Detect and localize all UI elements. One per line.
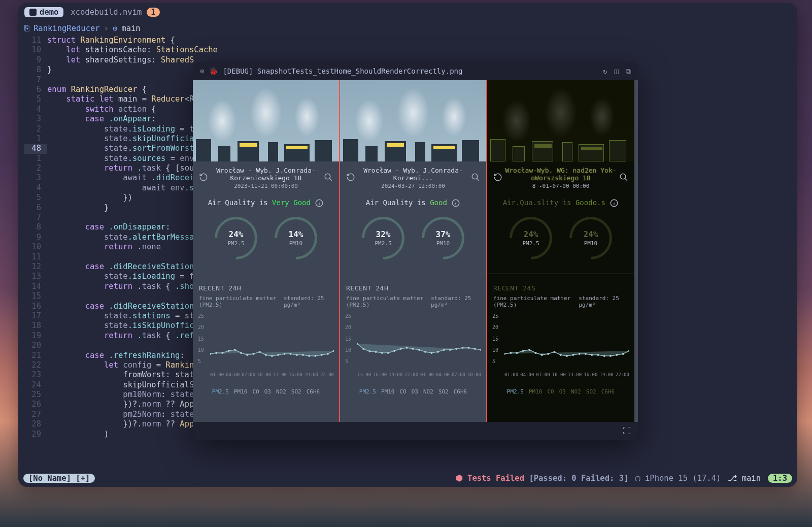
header-illustration [487,80,634,161]
pollutant-tab[interactable]: PM2.5 [507,388,524,395]
pollutant-tab[interactable]: O3 [559,388,566,395]
pollutant-tab[interactable]: CO [547,388,554,395]
svg-point-52 [528,349,530,351]
tab-label: xcodebuild.nvim [71,8,142,17]
chart-pm25: 252015105 01:0004:0007:0010:0013:0016:00… [198,313,334,379]
info-icon[interactable] [451,199,460,208]
tab-xcodebuild[interactable]: xcodebuild.nvim 1 [71,8,159,17]
chart-sublabel: fine particulate matter (PM2.5) [199,295,284,308]
svg-point-23 [472,174,478,179]
breadcrumb: ⎘ RankingReducer › ⚙ main [18,21,797,36]
focus-icon[interactable]: ◫ [615,67,619,76]
gauge-pm25: 24%PM2.5 [215,217,257,259]
pollutant-tab[interactable]: O3 [412,388,418,395]
pollutant-tab[interactable]: PM10 [234,388,248,395]
pollutant-tabs[interactable]: PM2.5PM10COO3NO2SO2C6H6 [340,388,486,395]
svg-point-44 [474,348,476,350]
svg-point-21 [327,353,329,355]
svg-point-30 [387,352,389,354]
svg-point-42 [461,347,463,349]
fullscreen-icon[interactable]: ⛶ [623,426,631,436]
pollutant-tab[interactable]: PM2.5 [359,388,376,395]
tests-status[interactable]: ⬢ Tests Failed [Passed: 0 Failed: 3] [456,474,629,483]
crumb-symbol[interactable]: main [121,24,140,33]
pollutant-tab[interactable]: SO2 [291,388,301,395]
info-icon[interactable] [610,199,619,208]
tab-demo[interactable]: demo [24,7,63,17]
svg-point-10 [259,351,261,353]
device-indicator[interactable]: ▢ iPhone 15 (17.4) [635,474,721,483]
station-date: 8 -01-07-00 00:00 [502,183,619,189]
refresh-icon[interactable] [199,173,208,183]
svg-point-16 [296,354,298,356]
pollutant-tab[interactable]: CO [399,388,406,395]
svg-point-63 [597,354,599,356]
pollutant-tab[interactable]: NO2 [276,388,286,395]
pollutant-tab[interactable]: O3 [264,388,271,395]
svg-point-4 [221,352,223,354]
svg-point-59 [572,354,574,356]
refresh-icon[interactable] [346,173,355,183]
file-icon: ⎘ [24,24,29,33]
overlay-header: ⊗ 🐞 [DEBUG] SnapshotTests_testHome_Shoul… [193,62,638,80]
svg-point-0 [325,174,330,179]
pollutant-tab[interactable]: PM2.5 [212,388,229,395]
svg-point-65 [610,355,612,357]
gauge-pm10: 24%PM10 [569,217,612,259]
pollutant-tab[interactable]: NO2 [423,388,433,395]
pollutant-tab[interactable]: CO [252,388,259,395]
svg-point-29 [381,352,383,354]
search-icon[interactable] [471,173,480,183]
info-icon[interactable] [315,199,324,208]
svg-point-45 [480,349,481,351]
svg-point-57 [560,354,562,356]
pollutant-tab[interactable]: SO2 [586,388,596,395]
pollutant-tabs[interactable]: PM2.5PM10COO3NO2SO2C6H6 [193,388,339,395]
refresh-icon[interactable] [493,173,502,183]
svg-point-53 [534,352,536,354]
git-branch[interactable]: ⎇ main [728,474,761,483]
recent-header: RECENT 24H [193,274,339,292]
pollutant-tab[interactable]: PM10 [381,388,395,395]
svg-point-5 [228,350,230,352]
recent-header: RECENT 24H [340,274,486,292]
reload-icon[interactable]: ↻ [603,67,607,76]
search-icon[interactable] [619,173,628,183]
search-icon[interactable] [324,173,333,183]
pollutant-tab[interactable]: C6H6 [307,388,320,395]
pollutant-tabs[interactable]: PM2.5PM10COO3NO2SO2C6H6 [487,388,634,395]
svg-point-28 [375,351,377,353]
pollutant-tab[interactable]: NO2 [571,388,581,395]
pollutant-tab[interactable]: C6H6 [601,388,615,395]
svg-point-58 [566,355,568,357]
svg-point-27 [368,350,370,352]
svg-point-31 [393,350,395,352]
overlay-body: Wrocław - Wyb. J.Conrada-Korzeniowskiego… [193,80,638,422]
close-icon[interactable]: ⊗ [200,67,204,75]
air-quality-label: Air Quality is Good [340,199,486,208]
tab-badge: 1 [147,8,159,17]
svg-point-50 [516,352,518,354]
svg-point-35 [418,349,420,351]
pollutant-tab[interactable]: PM10 [529,388,543,395]
pollutant-tab[interactable]: C6H6 [454,388,467,395]
svg-point-32 [399,348,401,350]
chart-sublabel: fine particulate matter (PM2.5) [346,295,431,308]
status-bar: [No Name] [+] ⬢ Tests Failed [Passed: 0 … [18,470,797,487]
snapshot-preview-window: ⊗ 🐞 [DEBUG] SnapshotTests_testHome_Shoul… [193,62,638,440]
gauge-pm10: 37%PM10 [422,217,464,259]
crumb-file[interactable]: RankingReducer [33,24,100,33]
svg-point-7 [240,352,242,354]
copy-icon[interactable]: ⧉ [626,67,631,76]
svg-point-18 [308,355,310,357]
svg-point-66 [616,354,618,356]
svg-point-34 [412,348,414,350]
svg-point-15 [290,353,292,355]
buffer-name: [No Name] [+] [23,474,95,483]
svg-point-40 [449,349,451,351]
air-quality-label: Air.Qua.slity is Goodo.s [487,199,634,208]
svg-point-62 [591,354,593,356]
pollutant-tab[interactable]: SO2 [438,388,449,395]
chart-standard: standard: 25 µg/m³ [284,295,333,308]
svg-point-51 [522,350,524,352]
